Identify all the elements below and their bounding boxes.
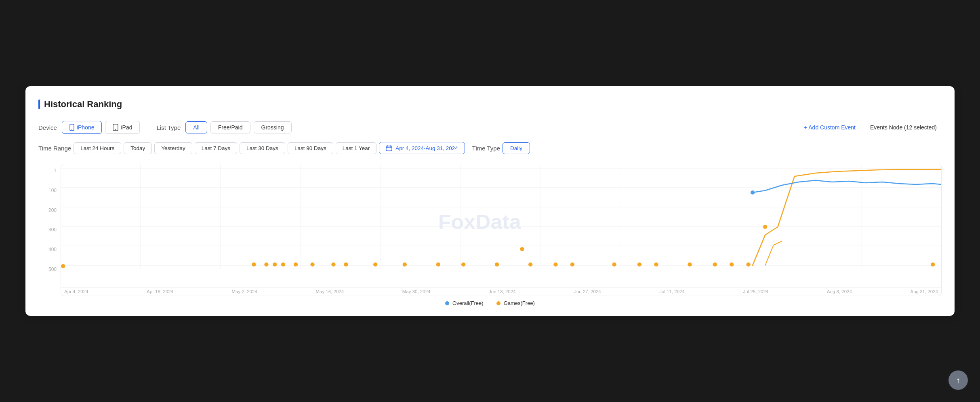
scroll-top-icon: ↑ xyxy=(956,376,960,385)
y-label-500: 500 xyxy=(48,267,57,272)
svg-point-44 xyxy=(612,262,616,267)
svg-point-43 xyxy=(570,262,574,267)
y-label-400: 400 xyxy=(48,247,57,252)
today-button[interactable]: Today xyxy=(124,142,152,154)
last-1-year-button[interactable]: Last 1 Year xyxy=(336,142,377,154)
time-type-label: Time Type xyxy=(472,145,500,152)
free-paid-button[interactable]: Free/Paid xyxy=(210,121,250,133)
svg-point-30 xyxy=(273,262,277,267)
svg-text:FoxData: FoxData xyxy=(438,211,521,233)
title-bar xyxy=(38,99,40,109)
legend-games-label: Games(Free) xyxy=(504,300,535,306)
svg-point-53 xyxy=(747,262,751,267)
chart-area: FoxData xyxy=(61,164,942,296)
page-title: Historical Ranking xyxy=(44,99,122,110)
grossing-button[interactable]: Grossing xyxy=(254,121,292,133)
y-label-300: 300 xyxy=(48,227,57,233)
svg-point-34 xyxy=(331,262,335,267)
grossing-label: Grossing xyxy=(261,124,284,131)
legend-overall-dot xyxy=(445,301,449,305)
x-label-10: Aug 31, 2024 xyxy=(911,289,938,294)
x-label-0: Apr 4, 2024 xyxy=(64,289,88,294)
device-label: Device xyxy=(38,124,57,131)
last-30d-label: Last 30 Days xyxy=(246,145,278,151)
svg-point-39 xyxy=(461,262,465,267)
add-custom-event-button[interactable]: + Add Custom Event xyxy=(799,122,860,133)
svg-point-33 xyxy=(310,262,314,267)
all-button[interactable]: All xyxy=(185,121,207,133)
y-label-100: 100 xyxy=(48,188,57,193)
svg-point-31 xyxy=(281,262,285,267)
last-7-days-button[interactable]: Last 7 Days xyxy=(195,142,237,154)
last-90-days-button[interactable]: Last 90 Days xyxy=(288,142,333,154)
last-7d-label: Last 7 Days xyxy=(202,145,230,151)
last-30-days-button[interactable]: Last 30 Days xyxy=(240,142,285,154)
chart-legend: Overall(Free) Games(Free) xyxy=(38,300,942,308)
svg-point-42 xyxy=(553,262,557,267)
x-label-1: Apr 18, 2024 xyxy=(147,289,173,294)
svg-point-36 xyxy=(373,262,377,267)
section-title: Historical Ranking xyxy=(38,99,942,110)
free-paid-label: Free/Paid xyxy=(218,124,243,131)
svg-rect-4 xyxy=(386,146,392,151)
time-range-label: Time Range xyxy=(38,145,71,152)
iphone-button[interactable]: iPhone xyxy=(62,121,102,134)
last-1y-label: Last 1 Year xyxy=(343,145,370,151)
svg-point-48 xyxy=(763,225,767,229)
chart-section: 1 100 200 300 400 500 xyxy=(38,164,942,308)
svg-point-28 xyxy=(252,262,256,267)
date-range-picker-button[interactable]: Apr 4, 2024-Aug 31, 2024 xyxy=(379,142,465,154)
svg-point-52 xyxy=(730,262,734,267)
svg-point-1 xyxy=(72,129,72,130)
svg-point-3 xyxy=(115,129,116,130)
svg-point-27 xyxy=(61,264,65,268)
svg-point-50 xyxy=(688,262,692,267)
svg-point-47 xyxy=(520,247,524,251)
svg-point-49 xyxy=(751,190,755,195)
list-type-btn-group: All Free/Paid Grossing xyxy=(185,121,291,133)
legend-overall-label: Overall(Free) xyxy=(452,300,484,306)
last-24h-label: Last 24 Hours xyxy=(80,145,114,151)
main-card: Historical Ranking Device iPhone iPad Li… xyxy=(25,86,955,316)
svg-point-37 xyxy=(403,262,407,267)
x-label-9: Aug 8, 2024 xyxy=(827,289,852,294)
all-label: All xyxy=(193,124,200,131)
divider-1 xyxy=(148,123,148,132)
events-node-label: Events Node (12 selected) xyxy=(870,124,937,131)
legend-games: Games(Free) xyxy=(496,300,535,306)
x-label-8: Jul 25, 2024 xyxy=(743,289,769,294)
svg-point-38 xyxy=(436,262,440,267)
ipad-button[interactable]: iPad xyxy=(105,121,140,134)
events-node-button[interactable]: Events Node (12 selected) xyxy=(865,122,942,133)
x-label-7: Jul 11, 2024 xyxy=(659,289,685,294)
svg-point-46 xyxy=(654,262,658,267)
x-label-2: May 2, 2024 xyxy=(232,289,257,294)
daily-button[interactable]: Daily xyxy=(503,142,530,154)
y-axis: 1 100 200 300 400 500 xyxy=(38,164,61,285)
svg-point-45 xyxy=(637,262,641,267)
list-type-label: List Type xyxy=(156,124,181,131)
iphone-icon xyxy=(69,124,74,131)
legend-overall: Overall(Free) xyxy=(445,300,484,306)
today-label: Today xyxy=(130,145,145,151)
time-range-row: Time Range Last 24 Hours Today Yesterday… xyxy=(38,142,942,154)
svg-point-35 xyxy=(344,262,348,267)
y-label-200: 200 xyxy=(48,207,57,213)
x-label-6: Jun 27, 2024 xyxy=(574,289,601,294)
svg-point-29 xyxy=(264,262,268,267)
add-event-label: + Add Custom Event xyxy=(804,124,856,131)
x-label-4: May 30, 2024 xyxy=(402,289,431,294)
iphone-label: iPhone xyxy=(77,124,95,131)
svg-point-40 xyxy=(495,262,499,267)
x-label-3: May 16, 2024 xyxy=(315,289,344,294)
x-label-5: Jun 13, 2024 xyxy=(489,289,516,294)
ipad-label: iPad xyxy=(121,124,132,131)
svg-point-54 xyxy=(931,262,935,267)
device-btn-group: iPhone iPad xyxy=(62,121,140,134)
scroll-top-button[interactable]: ↑ xyxy=(948,370,968,390)
svg-point-32 xyxy=(294,262,298,267)
yesterday-button[interactable]: Yesterday xyxy=(154,142,192,154)
controls-row: Device iPhone iPad List Type All xyxy=(38,121,942,134)
last-90d-label: Last 90 Days xyxy=(294,145,326,151)
last-24-hours-button[interactable]: Last 24 Hours xyxy=(74,142,121,154)
